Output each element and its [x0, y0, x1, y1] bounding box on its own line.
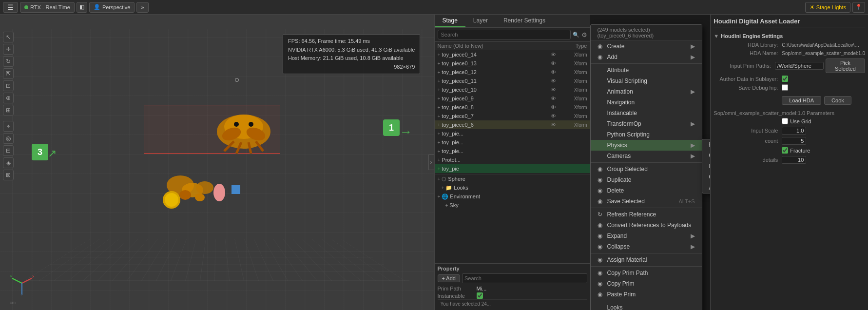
- ctx-copy-prim-path[interactable]: ◉ Copy Prim Path: [591, 268, 702, 278]
- pick-selected-btn[interactable]: Pick Selected: [826, 58, 865, 73]
- location-btn[interactable]: 📍: [852, 2, 865, 13]
- tree-row-sphere[interactable]: +⬡Sphere: [435, 174, 590, 183]
- ctx-refresh-reference[interactable]: ↻ Refresh Reference: [591, 209, 702, 220]
- ctx-delete[interactable]: ◉ Delete: [591, 185, 702, 196]
- tree-row[interactable]: +toy_piece0_14 👁 Xform: [435, 50, 590, 59]
- rotate-tool[interactable]: ↻: [3, 56, 14, 67]
- ctx-cameras[interactable]: Cameras ▶: [591, 151, 702, 161]
- arrow-btn[interactable]: »: [136, 2, 148, 13]
- physics-rigid-body[interactable]: Rigid Body: [702, 161, 711, 172]
- select-tool[interactable]: ↖: [3, 32, 14, 42]
- fracture-row: Fracture: [714, 147, 865, 154]
- physics-rigid-body-colliders[interactable]: Rigid Body with Colliders Preset: [702, 139, 711, 150]
- use-grid-checkbox[interactable]: [782, 118, 788, 124]
- cook-btn[interactable]: Cook: [824, 96, 851, 105]
- tool8[interactable]: ⌖: [3, 121, 14, 132]
- ctx-instancable[interactable]: Instancable: [591, 108, 702, 118]
- ctx-save-selected[interactable]: ◉ Save Selected ALT+S: [591, 196, 702, 207]
- viewport-floor: [24, 239, 410, 281]
- viewport-right-arrow[interactable]: ›: [428, 155, 434, 170]
- svg-line-21: [12, 278, 22, 283]
- filter-icon[interactable]: ⚙: [581, 31, 587, 39]
- tree-row[interactable]: +toy_pie...: [435, 147, 590, 155]
- ctx-attribute[interactable]: Attribute: [591, 65, 702, 76]
- input-scale-input[interactable]: [782, 127, 806, 135]
- tree-row[interactable]: +toy_pie...: [435, 129, 590, 138]
- ctx-group-selected[interactable]: ◉ Group Selected: [591, 164, 702, 174]
- tree-row[interactable]: +toy_piece0_13 👁 Xform: [435, 59, 590, 68]
- author-sublayer-checkbox[interactable]: [782, 76, 788, 82]
- tree-row-hovered[interactable]: +toy_piece0_6 👁 Xform: [435, 120, 590, 129]
- ctx-looks[interactable]: Looks: [591, 302, 702, 310]
- input-prim-input[interactable]: [775, 62, 824, 70]
- hamburger-btn[interactable]: ☰: [3, 2, 18, 13]
- input-scale-label: Input Scale: [714, 128, 782, 134]
- tool9[interactable]: ◎: [3, 133, 14, 144]
- scale-tool[interactable]: ⇱: [3, 68, 14, 79]
- tool7[interactable]: ⊞: [3, 105, 14, 116]
- physics-collider[interactable]: Collider: [702, 172, 711, 182]
- tool10[interactable]: ⊟: [3, 145, 14, 156]
- fracture-checkbox[interactable]: [782, 147, 788, 154]
- tool5[interactable]: ⊡: [3, 80, 14, 91]
- ctx-transformop[interactable]: TransformOp ▶: [591, 118, 702, 129]
- tree-row-looks[interactable]: +📁Looks: [435, 183, 590, 192]
- perspective-btn[interactable]: 👤 Perspective: [89, 2, 135, 13]
- tree-row-selected[interactable]: +toy_pie: [435, 164, 590, 173]
- tree-row[interactable]: +toy_piece0_7 👁 Xform: [435, 112, 590, 120]
- tool6[interactable]: ⊕: [3, 93, 14, 103]
- ctx-create[interactable]: ◉ Create ▶: [591, 41, 702, 52]
- save-debug-row: Save Debug hip:: [714, 84, 865, 91]
- tree-row[interactable]: +Protot...: [435, 155, 590, 164]
- load-hda-btn[interactable]: Load HDA: [782, 96, 821, 105]
- rtx-btn[interactable]: RTX - Real-Time: [20, 2, 75, 13]
- tool12[interactable]: ⊠: [3, 170, 14, 180]
- details-input[interactable]: [782, 156, 806, 164]
- stage-lights-btn[interactable]: ☀ Stage Lights: [805, 2, 850, 13]
- perspective-label: Perspective: [102, 4, 130, 10]
- count-input[interactable]: [782, 137, 806, 145]
- ctx-navigation[interactable]: Navigation: [591, 97, 702, 108]
- ctx-duplicate[interactable]: ◉ Duplicate: [591, 174, 702, 185]
- ctx-copy-prim[interactable]: ◉ Copy Prim: [591, 278, 702, 289]
- physics-articulation-root[interactable]: Articulation Root: [702, 182, 711, 193]
- tree-row-env[interactable]: +🌐Environment: [435, 192, 590, 201]
- tab-render-settings[interactable]: Render Settings: [496, 15, 553, 27]
- viewport[interactable]: ↖ ✛ ↻ ⇱ ⊡ ⊕ ⊞ ⌖ ◎ ⊟ ◈ ⊠: [0, 15, 434, 310]
- property-add-btn[interactable]: + Add: [438, 274, 460, 282]
- ctx-assign-material[interactable]: ◉ Assign Material: [591, 254, 702, 265]
- ctx-physics[interactable]: Physics ▶ Rigid Body with Colliders Pres…: [591, 140, 702, 151]
- context-menu: (249 models selected) (toy_piece0_6 hove…: [590, 24, 702, 310]
- tab-stage[interactable]: Stage: [435, 15, 465, 27]
- ctx-expand[interactable]: ◉ Expand ▶: [591, 231, 702, 241]
- tree-row[interactable]: +toy_piece0_11 👁 Xform: [435, 77, 590, 85]
- params-title: Sop/omni_example_scatter_model:1.0 Param…: [714, 110, 865, 116]
- ctx-visual-scripting[interactable]: Visual Scripting: [591, 76, 702, 86]
- ctx-collapse[interactable]: ◉ Collapse ▶: [591, 241, 702, 252]
- tree-row-sky[interactable]: +Sky: [435, 201, 590, 210]
- ctx-python[interactable]: Python Scripting: [591, 129, 702, 140]
- ctx-sep1: [591, 63, 702, 64]
- instancable-checkbox[interactable]: [477, 292, 483, 299]
- tree-row[interactable]: +toy_piece0_9 👁 Xform: [435, 94, 590, 103]
- ctx-animation[interactable]: Animation ▶: [591, 86, 702, 97]
- ctx-add[interactable]: ◉ Add ▶: [591, 52, 702, 62]
- ctx-paste-prim[interactable]: ◉ Paste Prim: [591, 289, 702, 300]
- refresh-icon: ↻: [598, 211, 607, 218]
- move-tool[interactable]: ✛: [3, 44, 14, 55]
- physics-colliders-preset[interactable]: Colliders Preset: [702, 150, 711, 161]
- tree-header: Name (Old to New) Type: [435, 42, 590, 50]
- tree-row[interactable]: +toy_pie...: [435, 138, 590, 147]
- property-search-input[interactable]: [462, 273, 587, 283]
- tree-row[interactable]: +toy_piece0_8 👁 Xform: [435, 103, 590, 112]
- scene-objects: [136, 88, 419, 234]
- tree-row[interactable]: +toy_piece0_12 👁 Xform: [435, 68, 590, 77]
- render-mode-btn[interactable]: ◧: [77, 2, 87, 13]
- tool11[interactable]: ◈: [3, 157, 14, 168]
- save-debug-checkbox[interactable]: [782, 84, 788, 91]
- tree-row[interactable]: +toy_piece0_10 👁 Xform: [435, 85, 590, 94]
- tab-layer[interactable]: Layer: [465, 15, 496, 27]
- ctx-convert-references[interactable]: ◉ Convert References to Payloads: [591, 220, 702, 231]
- stage-search-input[interactable]: [438, 30, 571, 39]
- stage-tree[interactable]: +toy_piece0_14 👁 Xform +toy_piece0_13 👁 …: [435, 50, 590, 263]
